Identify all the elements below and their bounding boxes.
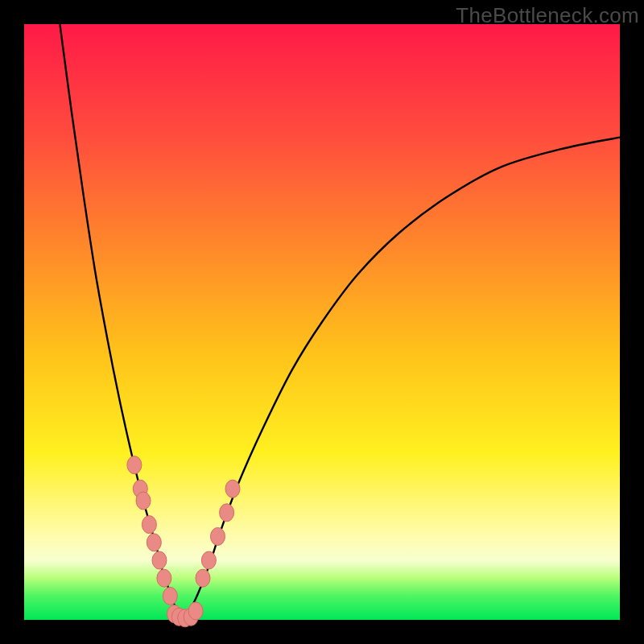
data-marker <box>211 527 225 545</box>
plot-area <box>24 24 620 620</box>
data-marker <box>152 551 167 569</box>
bottleneck-curve-svg <box>24 24 620 620</box>
data-marker <box>147 534 161 551</box>
data-marker <box>142 516 156 534</box>
curve-right-path <box>185 138 620 620</box>
data-marker <box>157 569 171 587</box>
data-marker <box>225 480 240 497</box>
data-marker <box>127 456 142 474</box>
curve-left-path <box>60 24 184 620</box>
chart-frame: TheBottleneck.com <box>0 0 644 644</box>
data-marker <box>220 504 234 522</box>
data-marker <box>163 587 177 605</box>
data-marker <box>196 569 210 587</box>
data-marker <box>136 492 151 510</box>
data-marker <box>201 551 216 569</box>
data-marker <box>188 602 203 620</box>
marker-group <box>127 456 240 627</box>
